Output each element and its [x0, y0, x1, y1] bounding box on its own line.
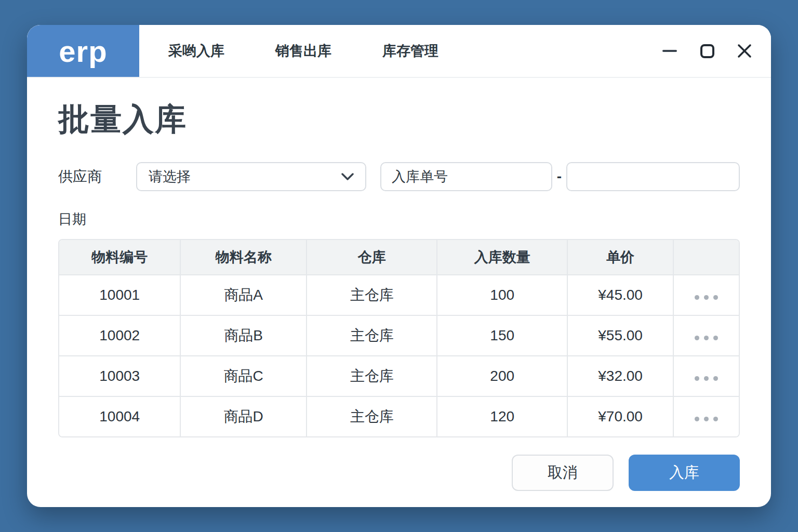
- cell-material-name: 商品C: [180, 356, 306, 396]
- table-row: 10002 商品B 主仓库 150 ¥55.00: [59, 315, 739, 356]
- cell-warehouse: 主仓库: [307, 275, 437, 315]
- ellipsis-icon: [695, 417, 699, 421]
- maximize-icon: [700, 44, 714, 58]
- cell-material-name: 商品B: [180, 315, 306, 356]
- filter-form-row: 供应商 请选择 -: [58, 162, 740, 191]
- tab-sales-outbound[interactable]: 销售出库: [275, 42, 331, 60]
- col-header-material-name: 物料名称: [180, 240, 306, 275]
- supplier-label: 供应商: [58, 167, 136, 187]
- cell-quantity: 120: [437, 396, 567, 436]
- table-row: 10001 商品A 主仓库 100 ¥45.00: [59, 275, 739, 315]
- cancel-button[interactable]: 取消: [512, 455, 614, 491]
- cell-warehouse: 主仓库: [307, 315, 437, 356]
- submit-inbound-button[interactable]: 入库: [629, 455, 740, 491]
- cell-quantity: 200: [437, 356, 567, 396]
- tab-inventory-management[interactable]: 库存管理: [382, 42, 438, 60]
- supplier-select[interactable]: 请选择: [136, 162, 366, 191]
- tab-purchase-inbound[interactable]: 采哟入库: [168, 42, 224, 60]
- col-header-unit-price: 单价: [567, 240, 673, 275]
- app-logo: erp: [27, 25, 139, 77]
- cell-quantity: 150: [437, 315, 567, 356]
- cell-warehouse: 主仓库: [307, 356, 437, 396]
- cell-quantity: 100: [437, 275, 567, 315]
- cell-material-code: 10003: [59, 356, 180, 396]
- row-actions-button[interactable]: [690, 331, 722, 344]
- erp-window: erp 采哟入库 销售出库 库存管理: [27, 25, 771, 507]
- cell-material-name: 商品D: [180, 396, 306, 436]
- cell-material-name: 商品A: [180, 275, 306, 315]
- table-row: 10004 商品D 主仓库 120 ¥70.00: [59, 396, 739, 436]
- cell-material-code: 10001: [59, 275, 180, 315]
- cell-material-code: 10002: [59, 315, 180, 356]
- close-button[interactable]: [737, 43, 752, 59]
- row-actions-button[interactable]: [690, 413, 722, 425]
- ellipsis-icon: [695, 376, 699, 381]
- range-separator: -: [552, 168, 566, 185]
- ellipsis-icon: [695, 295, 699, 300]
- main-nav: 采哟入库 销售出库 库存管理: [168, 42, 438, 60]
- date-label: 日期: [58, 210, 740, 227]
- cell-unit-price: ¥70.00: [567, 396, 673, 436]
- col-header-quantity: 入库数量: [437, 240, 567, 275]
- cell-unit-price: ¥55.00: [567, 315, 673, 356]
- cell-warehouse: 主仓库: [307, 396, 437, 436]
- ellipsis-icon: [695, 336, 699, 340]
- row-actions-button[interactable]: [690, 372, 722, 385]
- col-header-material-code: 物料编号: [59, 240, 180, 275]
- window-header: erp 采哟入库 销售出库 库存管理: [27, 25, 771, 78]
- main-content: 批量入库 供应商 请选择 - 日期: [27, 101, 771, 491]
- order-number-input[interactable]: [380, 162, 552, 191]
- window-controls: [662, 43, 771, 59]
- col-header-warehouse: 仓库: [307, 240, 437, 275]
- items-table: 物料编号 物料名称 仓库 入库数量 单价 10001 商品A 主仓库: [58, 239, 740, 437]
- range-end-input[interactable]: [566, 162, 740, 191]
- supplier-select-value: 请选择: [149, 167, 191, 186]
- cell-unit-price: ¥32.00: [567, 356, 673, 396]
- page-title: 批量入库: [58, 101, 740, 138]
- close-icon: [737, 43, 752, 59]
- row-actions-button[interactable]: [690, 291, 722, 304]
- maximize-button[interactable]: [699, 43, 715, 59]
- cell-material-code: 10004: [59, 396, 180, 436]
- cell-unit-price: ¥45.00: [567, 275, 673, 315]
- minimize-icon: [662, 50, 677, 52]
- chevron-down-icon: [341, 173, 354, 180]
- col-header-actions: [673, 240, 739, 275]
- minimize-button[interactable]: [662, 43, 677, 59]
- table-header-row: 物料编号 物料名称 仓库 入库数量 单价: [59, 240, 739, 275]
- table-row: 10003 商品C 主仓库 200 ¥32.00: [59, 356, 739, 396]
- footer-actions: 取消 入库: [58, 455, 740, 491]
